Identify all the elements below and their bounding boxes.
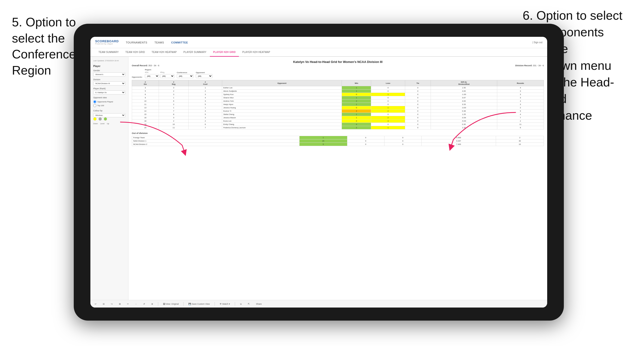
opponents-filter: Opponents: [132, 76, 142, 78]
opponent-label: Opponent [196, 71, 212, 74]
out-of-division-table: Foreign Team 1 0 0 4.500 2 NAIA Division… [132, 136, 544, 146]
division-select[interactable]: NCAA Division III [93, 81, 125, 85]
tablet-screen: SCOREBOARD Powered by clippd TOURNAMENTS… [90, 37, 547, 308]
toolbar-sep3 [214, 302, 215, 306]
content-area: Katelyn Vo Head-to-Head Grid for Women's… [128, 57, 547, 300]
opponent-view-group: Opponents Played Top 100 [93, 100, 125, 107]
table-row: 10 6 3 Andrea York 2 0 0 4.00 4 [132, 100, 544, 103]
nav-committee[interactable]: COMMITTEE [171, 40, 188, 45]
toolbar-dot[interactable]: ··· [134, 302, 138, 306]
content-header: Katelyn Vo Head-to-Head Grid for Women's… [132, 60, 544, 67]
nav-tournaments[interactable]: TOURNAMENTS [126, 40, 147, 45]
toolbar-sep4 [235, 302, 235, 306]
table-row: 13 1 1 Jessica Huang 0 1 0 -3.00 2 [132, 106, 544, 110]
ood-table-row: NCAA Division 2 5 0 0 7.400 10 [132, 143, 544, 146]
table-row: 3 3 1 Esther Lee 1 0 0 1.50 4 [132, 86, 544, 90]
toolbar-share[interactable]: Share [254, 302, 263, 306]
colour-by-select[interactable]: Win/loss [93, 113, 125, 117]
filters-row: Opponents: Region #Div (All) [132, 69, 544, 78]
gender-select[interactable]: Women's [93, 72, 125, 76]
top-nav: SCOREBOARD Powered by clippd TOURNAMENTS… [90, 37, 547, 48]
circle-yellow [93, 117, 96, 121]
toolbar-cut[interactable]: ✂ [126, 302, 130, 306]
toolbar-plus[interactable]: ⊕ [150, 302, 155, 306]
opponent-radio-played[interactable]: Opponents Played [93, 100, 125, 103]
table-row: 20 11 7 Federica Domecq Lacroze 2 1 0 1.… [132, 126, 544, 129]
th-conf: #Conf [189, 80, 222, 86]
toolbar-watch[interactable]: 👁 Watch ▾ [218, 302, 232, 306]
div-filter-select[interactable]: (All) [145, 74, 159, 78]
region-filter-group: Region #Div (All) #Reg [145, 69, 174, 78]
opponent-filter-select[interactable]: (All) [196, 74, 212, 78]
tablet: SCOREBOARD Powered by clippd TOURNAMENTS… [74, 24, 564, 321]
table-row: 16 3 3 Jessica Mason 1 2 0 -0.94 7 [132, 116, 544, 119]
table-row: 19 10 6 Emily Chang 4 0 0 0.30 11 [132, 123, 544, 126]
player-rank-select[interactable]: 8. Katelyn Vo [93, 90, 125, 95]
th-loss: Loss [371, 80, 405, 86]
sub-nav: TEAM SUMMARY TEAM H2H GRID TEAM H2H HEAT… [90, 48, 547, 57]
toolbar-grid[interactable]: ⊞ [118, 302, 122, 306]
bottom-toolbar: ↩ ⊟ ↪ ⊞ ✂ ··· ↺ ⊕ 🖼 View: Original 💾 Sav… [90, 300, 547, 308]
logo: SCOREBOARD Powered by clippd [95, 40, 119, 45]
circle-green [104, 117, 107, 121]
table-row: 14 7 4 Eunice Yi 2 2 0 0.38 9 [132, 110, 544, 113]
player-section-title: Player [93, 65, 125, 67]
opponents-label: Opponents: [132, 76, 142, 78]
toolbar-upload[interactable]: ⇱ [246, 302, 251, 306]
table-row: 9 1 4 Sharon Mun 1 0 0 3.67 3 [132, 96, 544, 100]
table-row: 11 2 5 Heejo Hyun 1 0 0 3.33 3 [132, 103, 544, 106]
toolbar-loop[interactable]: ↺ [142, 302, 146, 306]
th-div: #Div [132, 80, 159, 86]
toolbar-sep2 [184, 302, 184, 306]
colour-by-label: Colour by [93, 110, 125, 112]
subnav-player-h2h-grid[interactable]: PLAYER H2H GRID [210, 48, 239, 57]
th-reg: #Reg [159, 80, 189, 86]
table-row: 5 2 2 Alexis Sudjianto 1 0 0 4.00 3 [132, 90, 544, 93]
circle-gray [98, 117, 102, 121]
toolbar-redo[interactable]: ↪ [110, 302, 114, 306]
region-label: Region [145, 69, 174, 71]
reg-sublabel: #Reg [160, 71, 174, 73]
player-rank-label: Player (Rank) [93, 87, 125, 90]
th-opponent: Opponent [222, 80, 342, 86]
th-rounds: Rounds [497, 80, 544, 86]
legend-row: Down Level Up [93, 123, 125, 125]
opponent-filter-group: Opponent (All) [196, 71, 212, 78]
opponent-radio-top100[interactable]: Top 100 [93, 104, 125, 107]
table-row: 18 2 2 Euna Lee 0 3 0 -5.00 2 [132, 119, 544, 123]
record-row: Overall Record: 353 - 34 - 6 Division Re… [132, 64, 544, 67]
th-tie: Tie [405, 80, 430, 86]
conference-filter-group: Conference (All) [177, 71, 194, 78]
toolbar-save-custom[interactable]: 💾 Save Custom View [187, 302, 211, 306]
subnav-team-h2h-grid[interactable]: TEAM H2H GRID [122, 48, 148, 57]
conference-filter-select[interactable]: (All) [177, 74, 194, 78]
app-content: SCOREBOARD Powered by clippd TOURNAMENTS… [90, 37, 547, 308]
content-title: Katelyn Vo Head-to-Head Grid for Women's… [132, 60, 544, 64]
colour-circles [93, 117, 125, 121]
division-record: Division Record: 331 - 34 - 6 [515, 64, 544, 67]
subnav-team-h2h-heatmap[interactable]: TEAM H2H HEATMAP [148, 48, 180, 57]
th-win: Win [342, 80, 371, 86]
subnav-player-summary[interactable]: PLAYER SUMMARY [180, 48, 210, 57]
ood-table-row: NAIA Division 1 15 0 0 9.267 30 [132, 139, 544, 143]
toolbar-download[interactable]: ⇲ [238, 302, 243, 306]
conference-label: Conference [177, 71, 194, 74]
subnav-player-h2h-heatmap[interactable]: PLAYER H2H HEATMAP [239, 48, 273, 57]
toolbar-view-original[interactable]: 🖼 View: Original [162, 302, 180, 306]
table-row: 6 3 3 Sydney Kuo 0 1 0 -1.00 3 [132, 93, 544, 96]
toolbar-sep1 [158, 302, 158, 306]
subnav-team-summary[interactable]: TEAM SUMMARY [95, 48, 122, 57]
nav-teams[interactable]: TEAMS [154, 40, 164, 45]
last-updated: Last Updated: 27/03/2024 18:44 [93, 60, 125, 62]
toolbar-refresh[interactable]: ⊟ [101, 302, 106, 306]
toolbar-undo[interactable]: ↩ [93, 302, 98, 306]
sign-out[interactable]: | Sign out [532, 41, 542, 44]
main-table: #Div #Reg #Conf Opponent Win Loss Tie Di… [132, 80, 544, 129]
reg-filter-select[interactable]: (All) [160, 74, 174, 78]
overall-record: Overall Record: 353 - 34 - 6 [132, 64, 160, 67]
sidebar: Last Updated: 27/03/2024 18:44 Player Ge… [90, 57, 128, 300]
th-diff: Diff AvStrokes/Rnd [430, 80, 497, 86]
division-label: Division [93, 78, 125, 81]
out-of-division-label: Out of division [132, 132, 544, 134]
ood-table-row: Foreign Team 1 0 0 4.500 2 [132, 136, 544, 139]
